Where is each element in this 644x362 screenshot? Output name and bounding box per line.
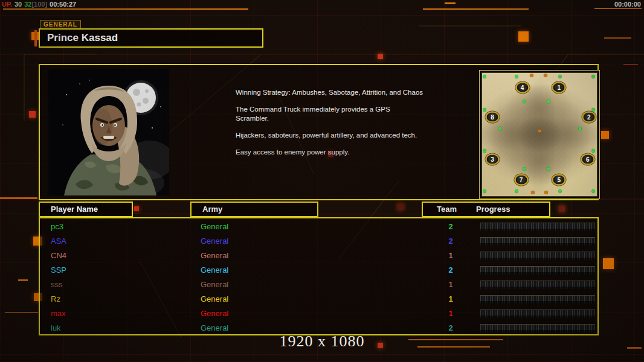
- accent-line: [445, 2, 456, 4]
- strategy-paragraph: Winning Strategy: Ambushes, Sabotage, At…: [236, 88, 424, 97]
- player-army: General: [201, 222, 228, 231]
- player-row: sssGeneral1: [40, 278, 597, 292]
- stat-bracket: [100]: [31, 1, 47, 8]
- tech-dot: [544, 74, 547, 77]
- supply-dot: [523, 167, 526, 171]
- accent-line: [623, 64, 638, 65]
- supply-dot: [559, 75, 562, 78]
- player-team: 1: [443, 294, 459, 303]
- player-name: max: [51, 309, 66, 318]
- player-army: General: [201, 294, 228, 303]
- player-row: pc3General2: [40, 220, 597, 234]
- start-position-marker: 6: [581, 153, 594, 165]
- supply-dot: [498, 127, 501, 130]
- accent-square: [29, 111, 36, 118]
- player-name: ASA: [51, 237, 66, 246]
- player-row: maxGeneral1: [40, 306, 597, 321]
- player-row: RzGeneral1: [40, 292, 597, 306]
- supply-dot: [483, 75, 486, 78]
- accent-square: [398, 204, 404, 210]
- match-timer: 00:00:00: [614, 1, 641, 8]
- accent-square: [134, 206, 139, 211]
- player-progress-bar: [480, 223, 595, 231]
- supply-dot: [592, 108, 595, 112]
- start-position-marker: 7: [514, 174, 528, 186]
- accent-line: [604, 37, 631, 39]
- general-name: Prince Kassad: [40, 30, 262, 44]
- player-team: 2: [443, 265, 459, 275]
- column-header-army: Army: [190, 202, 318, 217]
- start-position-marker: 8: [486, 112, 500, 123]
- player-progress-bar: [480, 295, 595, 303]
- accent-square: [559, 206, 565, 212]
- player-team: 1: [443, 280, 459, 289]
- minimap-panel: 12345678: [479, 70, 600, 199]
- strategy-paragraph: The Command Truck immediately provides a…: [236, 105, 424, 123]
- accent-square: [603, 258, 614, 269]
- player-team: 1: [443, 309, 459, 318]
- accent-line: [0, 197, 37, 199]
- tech-dot: [544, 191, 548, 194]
- start-position-marker: 5: [552, 174, 566, 186]
- accent-line: [5, 312, 38, 313]
- start-position-marker: 4: [515, 82, 529, 94]
- column-header-player-name: Player Name: [39, 202, 133, 217]
- player-progress-bar: [480, 266, 595, 275]
- player-army: General: [201, 265, 228, 275]
- tech-dot: [531, 191, 535, 194]
- supply-dot: [592, 189, 595, 193]
- player-progress-bar: [480, 310, 595, 318]
- minimap: 12345678: [481, 72, 597, 197]
- start-position-marker: 1: [552, 82, 566, 94]
- player-name: Rz: [51, 294, 60, 303]
- player-progress-bar: [480, 252, 595, 260]
- general-portrait: [48, 69, 169, 195]
- strategy-paragraph: Hijackers, saboteurs, powerful artillery…: [236, 131, 424, 140]
- general-name-panel: Prince Kassad: [39, 28, 263, 48]
- supply-dot: [547, 167, 550, 171]
- supply-dot: [483, 189, 486, 193]
- session-clock: 00:50:27: [50, 1, 76, 8]
- supply-dot: [592, 149, 595, 153]
- supply-dot: [559, 189, 562, 193]
- general-info-panel: Winning Strategy: Ambushes, Sabotage, At…: [39, 64, 599, 200]
- supply-dot: [547, 100, 550, 103]
- accent-line: [423, 8, 529, 10]
- player-army: General: [201, 251, 228, 260]
- accent-square: [378, 54, 383, 59]
- tech-dot: [530, 74, 533, 77]
- stat-fps: 30: [14, 1, 22, 8]
- resolution-watermark: 1920 x 1080: [0, 332, 644, 351]
- players-table: pc3General2ASAGeneral2CN4General1SSPGene…: [39, 217, 599, 335]
- player-team: 1: [443, 251, 459, 260]
- player-row: SSPGeneral2: [40, 263, 597, 278]
- column-header-team-progress: Team Progress: [422, 202, 550, 217]
- supply-dot: [515, 189, 518, 193]
- player-army: General: [201, 237, 228, 246]
- player-progress-bar: [480, 281, 595, 289]
- accent-square: [601, 131, 609, 139]
- supply-dot: [578, 127, 581, 130]
- column-header-progress: Progress: [476, 203, 510, 216]
- strategy-paragraph: Easy access to enemy power supply.: [236, 148, 424, 157]
- tech-dot: [538, 129, 541, 132]
- accent-line: [594, 8, 642, 9]
- player-army: General: [201, 309, 228, 318]
- loading-screen: UP.3032[100]00:50:27 00:00:00 GENERAL Pr…: [0, 0, 644, 362]
- player-progress-bar: [480, 324, 595, 332]
- accent-square: [518, 31, 529, 42]
- player-progress-bar: [480, 237, 595, 246]
- strategy-text: Winning Strategy: Ambushes, Sabotage, At…: [236, 88, 424, 165]
- network-stats: UP.3032[100]00:50:27: [2, 1, 79, 8]
- player-name: CN4: [51, 251, 66, 260]
- supply-dot: [515, 75, 518, 78]
- supply-dot: [483, 108, 486, 112]
- player-army: General: [201, 280, 228, 289]
- player-team: 2: [443, 222, 459, 231]
- player-row: CN4General1: [40, 249, 597, 263]
- column-header-team: Team: [437, 203, 457, 216]
- supply-dot: [523, 100, 526, 103]
- player-name: SSP: [51, 265, 66, 275]
- player-team: 2: [443, 237, 459, 246]
- player-army: General: [201, 323, 228, 332]
